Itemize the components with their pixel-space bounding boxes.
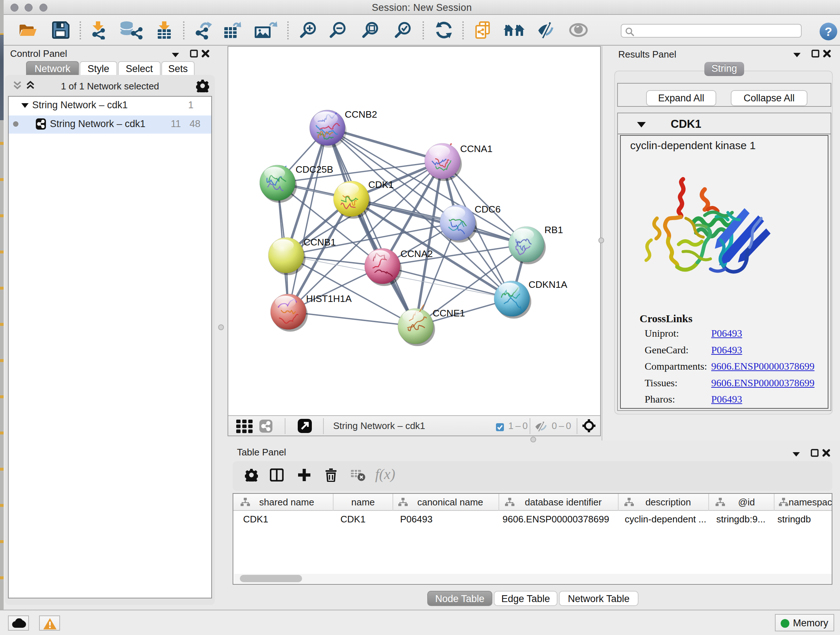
- svg-text:CCNB1: CCNB1: [303, 237, 336, 248]
- svg-text:CDK1: CDK1: [368, 179, 393, 190]
- svg-text:CDC25B: CDC25B: [295, 164, 333, 175]
- svg-text:RB1: RB1: [545, 225, 563, 235]
- svg-text:CDC6: CDC6: [475, 204, 501, 215]
- svg-text:CCNE1: CCNE1: [433, 308, 465, 318]
- svg-text:CDKN1A: CDKN1A: [529, 279, 567, 290]
- svg-text:HIST1H1A: HIST1H1A: [306, 293, 352, 304]
- svg-text:CCNA2: CCNA2: [401, 249, 433, 259]
- svg-text:?: ?: [825, 25, 832, 38]
- svg-text:CCNA1: CCNA1: [460, 143, 493, 154]
- svg-text:CCNB2: CCNB2: [345, 109, 377, 120]
